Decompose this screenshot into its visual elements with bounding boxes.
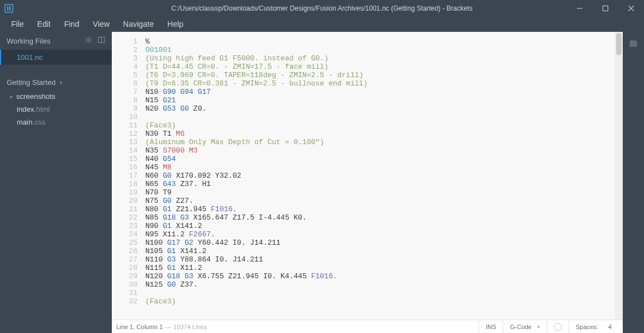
- svg-point-7: [87, 39, 89, 41]
- maximize-button[interactable]: [593, 0, 618, 16]
- menu-edit[interactable]: Edit: [31, 17, 58, 31]
- split-view-icon[interactable]: [98, 36, 105, 45]
- lint-status[interactable]: [547, 320, 569, 334]
- svg-rect-18: [629, 41, 637, 47]
- sidebar: Working Files 1001.nc Getting Started sc…: [0, 32, 112, 320]
- menu-bar: File Edit Find View Navigate Help: [0, 16, 644, 32]
- svg-rect-1: [7, 6, 8, 11]
- cursor-position[interactable]: Line 1, Column 1: [116, 324, 163, 330]
- working-files-label: Working Files: [7, 37, 51, 45]
- working-files-header: Working Files: [0, 32, 112, 50]
- file-item[interactable]: main.css: [0, 116, 112, 129]
- folder-item[interactable]: screenshots: [0, 90, 112, 103]
- svg-line-13: [90, 41, 91, 42]
- menu-help[interactable]: Help: [160, 17, 190, 31]
- menu-navigate[interactable]: Navigate: [116, 17, 160, 31]
- svg-rect-2: [10, 6, 11, 11]
- file-item[interactable]: index.html: [0, 103, 112, 116]
- svg-rect-0: [5, 4, 13, 12]
- menu-find[interactable]: Find: [58, 17, 86, 31]
- gutter: 1234567891011121314151617181920212223242…: [112, 32, 143, 320]
- window-controls: [567, 0, 644, 16]
- indent-setting[interactable]: Spaces: 4: [569, 320, 618, 334]
- scrollbar-track[interactable]: [615, 32, 623, 320]
- circle-icon: [554, 323, 562, 331]
- line-count: 10374 Lines: [173, 324, 207, 330]
- right-toolbar: [623, 32, 644, 320]
- close-icon: [628, 6, 634, 11]
- menu-file[interactable]: File: [4, 17, 31, 31]
- title-bar: C:/Users/claussp/Downloads/Customer Desi…: [0, 0, 644, 16]
- maximize-icon: [603, 6, 608, 11]
- scrollbar-thumb[interactable]: [616, 33, 622, 55]
- svg-line-15: [90, 37, 91, 38]
- minimize-button[interactable]: [567, 0, 593, 16]
- project-header[interactable]: Getting Started: [0, 73, 112, 90]
- language-mode[interactable]: G-Code: [503, 320, 547, 334]
- status-bar: Line 1, Column 1 — 10374 Lines INS G-Cod…: [112, 320, 623, 333]
- working-file[interactable]: 1001.nc: [0, 50, 112, 65]
- editor[interactable]: 1234567891011121314151617181920212223242…: [112, 32, 623, 320]
- svg-line-14: [86, 41, 87, 42]
- svg-rect-4: [603, 6, 608, 11]
- code-area[interactable]: %O01001(Using high feed G1 F5000. instea…: [143, 32, 615, 320]
- minimize-icon: [577, 6, 583, 11]
- svg-rect-20: [634, 40, 636, 41]
- insert-mode[interactable]: INS: [479, 320, 503, 334]
- window-title: C:/Users/claussp/Downloads/Customer Desi…: [0, 4, 644, 12]
- menu-view[interactable]: View: [86, 17, 116, 31]
- app-icon: [4, 4, 13, 13]
- svg-line-12: [86, 37, 87, 38]
- gear-icon[interactable]: [85, 36, 92, 45]
- svg-rect-19: [631, 40, 633, 41]
- extensions-icon[interactable]: [628, 39, 638, 50]
- close-button[interactable]: [618, 0, 644, 16]
